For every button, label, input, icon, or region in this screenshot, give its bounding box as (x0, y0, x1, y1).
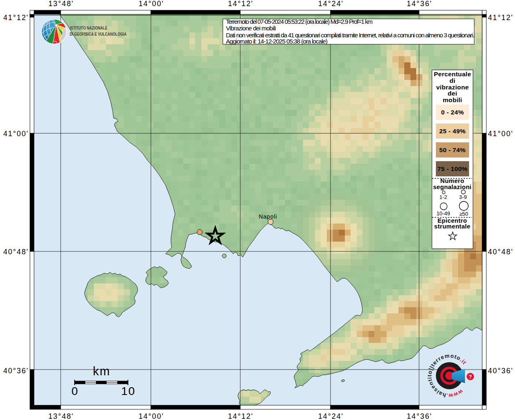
svg-text:14°36': 14°36' (407, 0, 431, 8)
svg-text:40°36': 40°36' (488, 367, 513, 375)
svg-text:14°00': 14°00' (139, 412, 163, 420)
svg-text:41°00': 41°00' (3, 130, 28, 138)
svg-text:13°48': 13°48' (48, 0, 73, 8)
svg-text:ISTITUTO NAZIONALE: ISTITUTO NAZIONALE (70, 25, 107, 30)
svg-text:40°48': 40°48' (3, 248, 28, 256)
svg-text:0: 0 (71, 385, 78, 397)
svg-text:40°48': 40°48' (488, 248, 513, 256)
svg-text:DI GEOFISICA E VULCANOLOGIA: DI GEOFISICA E VULCANOLOGIA (70, 32, 127, 37)
svg-text:10: 10 (121, 385, 135, 397)
svg-text:strumentale: strumentale (434, 223, 470, 230)
svg-text:14°36': 14°36' (407, 412, 431, 420)
svg-text:?: ? (469, 374, 472, 380)
svg-text:14°12': 14°12' (228, 0, 253, 8)
svg-text:segnalazioni: segnalazioni (433, 183, 472, 190)
svg-text:41°12': 41°12' (488, 14, 513, 22)
svg-text:Aggiornato il: 14-12-2025 05:3: Aggiornato il: 14-12-2025 05:38 (ora loc… (226, 38, 328, 45)
svg-text:km: km (93, 365, 110, 378)
svg-text:Terremoto del 07-05-2024 05:53: Terremoto del 07-05-2024 05:53:22 (ora l… (226, 18, 373, 25)
svg-text:14°24': 14°24' (318, 0, 343, 8)
svg-text:14°00': 14°00' (139, 0, 163, 8)
svg-text:≥50: ≥50 (459, 211, 468, 217)
svg-text:Napoli: Napoli (259, 213, 277, 220)
svg-text:14°24': 14°24' (318, 412, 343, 420)
svg-text:14°12': 14°12' (228, 412, 253, 420)
svg-text:1-2: 1-2 (440, 194, 447, 200)
svg-text:3-9: 3-9 (459, 194, 467, 200)
svg-text:41°00': 41°00' (488, 130, 513, 138)
svg-text:13°48': 13°48' (48, 412, 73, 420)
svg-text:41°12': 41°12' (3, 14, 28, 22)
svg-text:Vibrazione dei mobili: Vibrazione dei mobili (226, 25, 276, 32)
svg-text:10-49: 10-49 (436, 210, 450, 217)
svg-text:40°36': 40°36' (3, 367, 28, 375)
